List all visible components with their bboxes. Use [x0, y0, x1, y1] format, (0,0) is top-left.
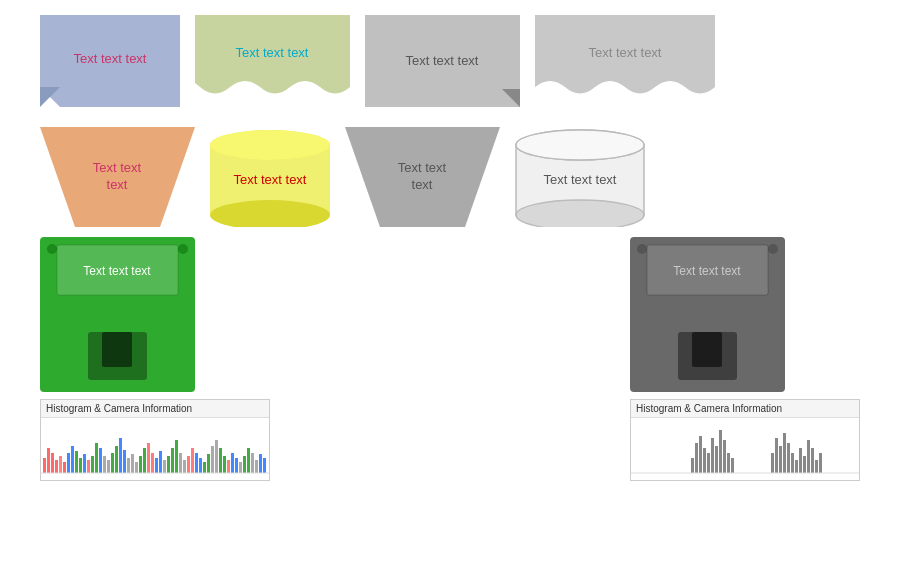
svg-rect-41	[127, 458, 130, 473]
banner-gray-svg: Text text text	[535, 15, 715, 107]
svg-rect-57	[191, 448, 194, 473]
svg-rect-35	[103, 456, 106, 473]
svg-rect-62	[211, 446, 214, 473]
tag-gray-svg: Text text text	[365, 15, 520, 107]
main-layout: Text text text Text text text Text text …	[0, 0, 900, 486]
svg-rect-59	[199, 458, 202, 473]
cylinder-white-svg: Text text text	[515, 127, 645, 227]
svg-rect-47	[151, 453, 154, 473]
svg-rect-31	[87, 460, 90, 473]
middle-spacer	[270, 237, 630, 481]
svg-rect-74	[259, 454, 262, 473]
svg-rect-38	[115, 446, 118, 473]
item-cylinder-white: Text text text	[515, 127, 645, 227]
svg-rect-92	[727, 453, 730, 473]
svg-rect-39	[119, 438, 122, 473]
svg-rect-89	[715, 446, 718, 473]
svg-point-13	[516, 130, 644, 160]
histogram-right-title: Histogram & Camera Information	[631, 400, 859, 418]
svg-point-12	[516, 200, 644, 227]
svg-rect-23	[55, 460, 58, 473]
svg-rect-25	[63, 462, 66, 473]
svg-rect-67	[231, 453, 234, 473]
svg-rect-91	[723, 440, 726, 473]
row2-shapes: Text text text Text text text Text text …	[0, 117, 900, 237]
svg-rect-102	[803, 456, 806, 473]
svg-rect-75	[263, 458, 266, 473]
svg-rect-53	[175, 440, 178, 473]
trapezoid-gray-label1: Text text	[398, 160, 447, 175]
svg-rect-51	[167, 456, 170, 473]
svg-rect-100	[795, 460, 798, 473]
svg-rect-86	[703, 448, 706, 473]
svg-rect-95	[775, 438, 778, 473]
item-rect-fold: Text text text	[40, 15, 180, 107]
trapezoid-orange-label1: Text text	[93, 160, 142, 175]
rect-fold-svg: Text text text	[40, 15, 180, 107]
svg-rect-45	[143, 448, 146, 473]
cylinder-yellow-label: Text text text	[234, 172, 307, 187]
floppy-gray-svg: Text text text	[630, 237, 785, 397]
svg-rect-64	[219, 448, 222, 473]
svg-rect-36	[107, 460, 110, 473]
cylinder-yellow-svg: Text text text	[210, 127, 330, 227]
right-floppy-section: Text text text Histogram & Camera Inform…	[630, 237, 860, 481]
trapezoid-gray-label2: text	[412, 177, 433, 192]
svg-rect-42	[131, 454, 134, 473]
svg-rect-87	[707, 453, 710, 473]
banner-wavy-green-svg: Text text text	[195, 15, 350, 107]
svg-rect-90	[719, 430, 722, 473]
row1-shapes: Text text text Text text text Text text …	[0, 5, 900, 117]
svg-rect-20	[43, 458, 46, 473]
svg-rect-32	[91, 456, 94, 473]
svg-rect-37	[111, 453, 114, 473]
svg-rect-104	[811, 448, 814, 473]
svg-rect-50	[163, 460, 166, 473]
floppy-green-label: Text text text	[83, 264, 151, 278]
svg-rect-88	[711, 438, 714, 473]
svg-rect-83	[691, 458, 694, 473]
svg-rect-61	[207, 454, 210, 473]
svg-rect-56	[187, 456, 190, 473]
histogram-left-chart	[41, 418, 269, 476]
svg-rect-70	[243, 456, 246, 473]
svg-rect-49	[159, 451, 162, 473]
trapezoid-orange-label2: text	[107, 177, 128, 192]
svg-rect-22	[51, 453, 54, 473]
svg-rect-85	[699, 436, 702, 473]
svg-rect-82	[692, 332, 722, 367]
histogram-right: Histogram & Camera Information	[630, 399, 860, 481]
svg-rect-30	[83, 454, 86, 473]
item-trapezoid-gray: Text text text	[345, 127, 500, 227]
svg-rect-43	[135, 462, 138, 473]
svg-rect-73	[255, 460, 258, 473]
histogram-left-title: Histogram & Camera Information	[41, 400, 269, 418]
trapezoid-gray-svg: Text text text	[345, 127, 500, 227]
svg-rect-29	[79, 458, 82, 473]
svg-rect-71	[247, 448, 250, 473]
svg-rect-84	[695, 443, 698, 473]
svg-point-78	[637, 244, 647, 254]
trapezoid-orange-svg: Text text text	[40, 127, 195, 227]
left-floppy-section: Text text text Histogram & Camera Inform…	[40, 237, 270, 481]
svg-rect-58	[195, 453, 198, 473]
item-trapezoid-orange: Text text text	[40, 127, 195, 227]
row3-section: Text text text Histogram & Camera Inform…	[0, 237, 900, 481]
svg-rect-40	[123, 450, 126, 473]
banner-wavy-green-label: Text text text	[236, 45, 309, 60]
tag-gray-label: Text text text	[406, 53, 479, 68]
svg-rect-103	[807, 440, 810, 473]
svg-rect-101	[799, 448, 802, 473]
svg-rect-66	[227, 460, 230, 473]
svg-rect-65	[223, 456, 226, 473]
svg-rect-63	[215, 440, 218, 473]
svg-point-16	[178, 244, 188, 254]
svg-rect-46	[147, 443, 150, 473]
svg-rect-96	[779, 446, 782, 473]
histogram-left: Histogram & Camera Information	[40, 399, 270, 481]
svg-rect-68	[235, 458, 238, 473]
svg-rect-99	[791, 453, 794, 473]
svg-rect-27	[71, 446, 74, 473]
item-cylinder-yellow: Text text text	[210, 127, 330, 227]
svg-rect-105	[815, 460, 818, 473]
